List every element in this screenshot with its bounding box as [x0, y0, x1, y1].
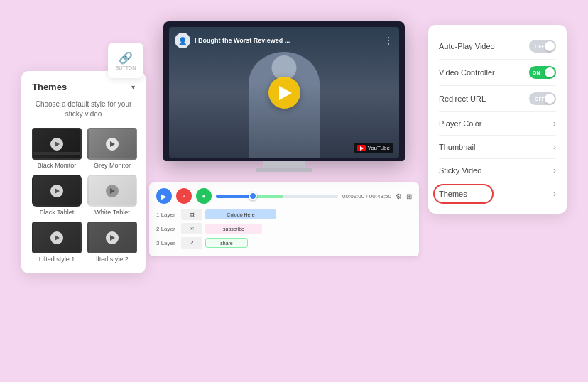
theme-item-black-monitor[interactable]: Black Monitor [32, 128, 82, 169]
monitor-container: 👤 I Bought the Worst Reviewed ... ⋮ YouT… [163, 21, 405, 172]
play-icon-lifted1 [50, 231, 63, 244]
theme-item-lifted1[interactable]: Lifted style 1 [32, 222, 82, 263]
layer-label-2: 2 Layer [156, 226, 181, 232]
video-title-bar: 👤 I Bought the Worst Reviewed ... ⋮ [175, 33, 393, 48]
setting-label-player-color: Player Color [439, 119, 482, 128]
theme-item-white-tablet[interactable]: White Tablet [87, 175, 137, 216]
layer-row-2: 2 Layer ✉ subscribe [156, 222, 412, 235]
setting-row-video-controller: Video Controller ON [439, 60, 556, 86]
video-options-icon[interactable]: ⋮ [384, 36, 393, 45]
setting-label-redirect-url: Redirect URL [439, 94, 486, 103]
theme-name-white-tablet: White Tablet [94, 209, 129, 216]
theme-thumbnail-white-tablet [87, 175, 137, 207]
controls-row: ▶ + ● 00:09:00 / 00:43:50 ⚙ ⊞ [156, 188, 412, 204]
layer-thumbnail-1: 🖼 [181, 209, 202, 220]
setting-label-thumbnail: Thumbnail [439, 143, 475, 151]
progress-fill-green [253, 195, 283, 198]
theme-thumbnail-grey-monitor [87, 128, 137, 160]
video-controller-toggle-label: ON [533, 70, 540, 75]
link-icon: 🔗 [119, 51, 133, 65]
timeline-layers: 1 Layer 🖼 Colodo Here 2 Layer ✉ subscrib… [156, 208, 412, 249]
play-icon-white-tablet [106, 185, 119, 197]
setting-row-redirect-url: Redirect URL OFF [439, 86, 556, 112]
settings-panel: Auto-Play Video OFF Video Controller ON … [428, 25, 567, 214]
video-controller-toggle-knob [545, 67, 555, 77]
play-icon-black-monitor [50, 138, 63, 151]
setting-label-themes: Themes [439, 190, 467, 198]
setting-label-video-controller: Video Controller [439, 68, 495, 77]
themes-panel: Themes ▾ Choose a default style for your… [21, 71, 146, 273]
setting-label-auto-play: Auto-Play Video [439, 42, 495, 50]
layer-block-3[interactable]: share [205, 238, 248, 248]
layer-thumbnail-3: ↗ [181, 237, 202, 249]
setting-row-player-color[interactable]: Player Color › [439, 112, 556, 136]
play-icon-lifted2 [106, 231, 119, 244]
youtube-icon [357, 145, 366, 151]
layer-label-3: 3 Layer [156, 240, 181, 246]
time-display: 00:09:00 / 00:43:50 [342, 193, 391, 200]
monitor-stand [263, 161, 305, 172]
theme-item-black-tablet[interactable]: Black Tablet [32, 175, 82, 216]
theme-thumbnail-lifted1 [32, 222, 82, 253]
theme-name-grey-monitor: Grey Monitor [94, 162, 131, 169]
button-label: BUTTON [116, 65, 136, 70]
setting-row-auto-play: Auto-Play Video OFF [439, 33, 556, 60]
themes-dropdown-arrow-icon[interactable]: ▾ [131, 83, 135, 91]
play-icon-grey-monitor [106, 138, 119, 151]
monitor-outer: 👤 I Bought the Worst Reviewed ... ⋮ YouT… [163, 21, 405, 161]
layer-block-2[interactable]: subscribe [205, 224, 262, 234]
themes-grid: Black Monitor Grey Monitor Black Tablet … [32, 128, 135, 263]
auto-play-toggle-label: OFF [535, 44, 545, 49]
redirect-url-toggle-knob [545, 94, 555, 104]
video-avatar: 👤 [175, 33, 190, 48]
theme-name-lifted2: lfted style 2 [96, 256, 129, 263]
themes-description: Choose a default style for your sticky v… [32, 99, 135, 119]
theme-thumbnail-lifted2 [87, 222, 137, 253]
thumbnail-arrow-icon: › [553, 142, 556, 152]
youtube-badge: YouTube [354, 143, 393, 153]
setting-row-thumbnail[interactable]: Thumbnail › [439, 136, 556, 159]
play-button-large[interactable] [268, 77, 300, 109]
video-frame[interactable]: 👤 I Bought the Worst Reviewed ... ⋮ YouT… [169, 27, 399, 158]
theme-thumbnail-black-monitor [32, 128, 82, 160]
themes-panel-header: Themes ▾ [32, 82, 135, 92]
theme-name-lifted1: Lifted style 1 [39, 256, 75, 263]
themes-panel-title: Themes [32, 82, 67, 92]
themes-arrow-icon: › [553, 189, 556, 199]
video-area: 👤 I Bought the Worst Reviewed ... ⋮ YouT… [149, 21, 419, 256]
add-button[interactable]: ● [196, 188, 212, 204]
auto-play-toggle[interactable]: OFF [529, 40, 556, 53]
video-controller-toggle[interactable]: ON [529, 66, 556, 79]
progress-thumb[interactable] [249, 192, 257, 200]
theme-item-grey-monitor[interactable]: Grey Monitor [87, 128, 137, 169]
video-title: I Bought the Worst Reviewed ... [195, 37, 384, 44]
expand-icon[interactable]: ⊞ [406, 192, 412, 200]
auto-play-toggle-knob [545, 41, 555, 51]
setting-row-sticky-video[interactable]: Sticky Video › [439, 159, 556, 182]
theme-thumbnail-black-tablet [32, 175, 82, 207]
theme-name-black-tablet: Black Tablet [40, 209, 74, 216]
redirect-url-toggle[interactable]: OFF [529, 92, 556, 105]
record-button[interactable]: + [176, 188, 192, 204]
layer-row-3: 3 Layer ↗ share [156, 236, 412, 249]
setting-row-themes[interactable]: Themes › [439, 182, 556, 205]
setting-label-sticky-video: Sticky Video [439, 166, 481, 175]
progress-fill-blue [216, 195, 253, 198]
layer-block-1[interactable]: Colodo Here [205, 209, 276, 219]
theme-item-lifted2[interactable]: lfted style 2 [87, 222, 137, 263]
youtube-text: YouTube [368, 145, 390, 151]
play-icon-black-tablet [50, 185, 63, 197]
settings-icon[interactable]: ⚙ [396, 192, 402, 200]
player-color-arrow-icon: › [553, 119, 556, 129]
theme-name-black-monitor: Black Monitor [38, 162, 77, 169]
progress-track[interactable] [216, 195, 338, 198]
redirect-url-toggle-label: OFF [535, 97, 545, 102]
player-controls: ▶ + ● 00:09:00 / 00:43:50 ⚙ ⊞ 1 Layer 🖼 … [149, 182, 419, 256]
layer-label-1: 1 Layer [156, 212, 181, 218]
layer-thumbnail-2: ✉ [181, 223, 202, 234]
play-control-button[interactable]: ▶ [156, 188, 172, 204]
button-icon-box[interactable]: 🔗 BUTTON [108, 43, 143, 78]
layer-row-1: 1 Layer 🖼 Colodo Here [156, 208, 412, 221]
sticky-video-arrow-icon: › [553, 165, 556, 175]
